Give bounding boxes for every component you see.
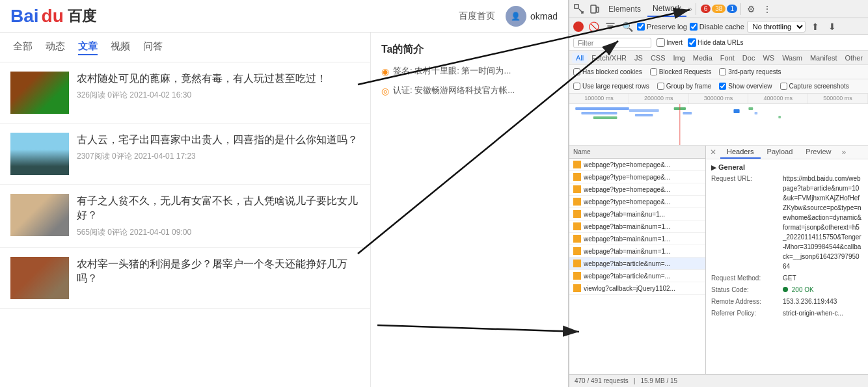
capture-screenshots-checkbox[interactable] bbox=[780, 83, 787, 90]
article-title[interactable]: 古人云，宅子出四喜家中出贵人，四喜指的是什么你知道吗？ bbox=[77, 133, 360, 147]
more-tabs-btn[interactable]: » bbox=[688, 5, 692, 14]
type-tab-img[interactable]: Img bbox=[670, 53, 689, 63]
type-tab-wasm[interactable]: Wasm bbox=[778, 53, 806, 63]
close-details-btn[interactable]: ✕ bbox=[706, 146, 720, 159]
details-tab-headers[interactable]: Headers bbox=[720, 146, 761, 159]
blocked-requests-checkbox[interactable] bbox=[650, 68, 657, 75]
tab-dynamic[interactable]: 动态 bbox=[46, 39, 65, 55]
filter-input[interactable] bbox=[573, 38, 651, 48]
third-party-label[interactable]: 3rd-party requests bbox=[719, 68, 781, 75]
inspect-element-btn[interactable] bbox=[572, 2, 586, 16]
request-name: webpage?type=homepage&... bbox=[584, 161, 670, 168]
import-btn[interactable]: ⬆ bbox=[808, 20, 822, 34]
type-tab-font[interactable]: Font bbox=[716, 53, 739, 63]
detail-referrer-row: Referrer Policy: strict-origin-when-c... bbox=[711, 308, 863, 318]
search-btn[interactable]: 🔍 bbox=[620, 20, 634, 34]
settings-btn[interactable]: ⚙ bbox=[744, 2, 759, 16]
group-by-frame-checkbox[interactable] bbox=[657, 83, 664, 90]
hide-data-checkbox[interactable] bbox=[688, 38, 696, 47]
svg-rect-1 bbox=[591, 5, 596, 13]
filter-bar: Invert Hide data URLs bbox=[569, 35, 868, 51]
preserve-log-text: Preserve log bbox=[647, 23, 687, 31]
baidu-logo: Baidu 百度 bbox=[10, 6, 96, 27]
list-item[interactable]: webpage?tab=main&num=1... bbox=[569, 245, 705, 258]
list-item[interactable]: webpage?tab=main&nu=1... bbox=[569, 208, 705, 220]
details-content: ▶ General Request URL: https://mbd.baidu… bbox=[706, 159, 868, 374]
show-overview-label[interactable]: Show overview bbox=[719, 83, 772, 90]
list-item[interactable]: webpage?type=homepage&... bbox=[569, 171, 705, 183]
disable-cache-label[interactable]: Disable cache bbox=[690, 23, 744, 31]
use-large-rows-text: Use large request rows bbox=[582, 83, 649, 90]
type-tab-all[interactable]: All bbox=[572, 53, 588, 63]
article-title[interactable]: 农村随处可见的蓖麻，竟然有毒，有人玩过甚至吃过！ bbox=[77, 72, 360, 86]
profile-title: Ta的简介 bbox=[381, 43, 558, 57]
tab-video[interactable]: 视频 bbox=[111, 39, 130, 55]
tab-article[interactable]: 文章 bbox=[78, 39, 98, 55]
article-title[interactable]: 农村宰一头猪的利润是多少？屠宰户一个冬天还能挣好几万吗？ bbox=[77, 257, 360, 286]
status-code-label: Status Code: bbox=[711, 285, 783, 295]
type-tab-ws[interactable]: WS bbox=[759, 53, 778, 63]
invert-label[interactable]: Invert bbox=[657, 38, 683, 47]
third-party-text: 3rd-party requests bbox=[728, 68, 781, 75]
type-tab-manifest[interactable]: Manifest bbox=[806, 53, 841, 63]
list-item[interactable]: webpage?type=homepage&... bbox=[569, 183, 705, 196]
list-item[interactable]: webpage?type=homepage&... bbox=[569, 159, 705, 171]
warning-badge: 38 bbox=[712, 5, 726, 13]
preserve-log-checkbox[interactable] bbox=[637, 23, 645, 31]
disable-cache-checkbox[interactable] bbox=[690, 23, 698, 31]
request-name: webpage?tab=article&num=... bbox=[584, 273, 670, 280]
group-by-frame-text: Group by frame bbox=[666, 83, 711, 90]
type-tab-other[interactable]: Other bbox=[841, 53, 867, 63]
request-icon bbox=[573, 260, 581, 267]
clear-btn[interactable]: 🚫 bbox=[586, 20, 601, 34]
list-item-selected[interactable]: webpage?tab=article&num=... bbox=[569, 258, 705, 270]
content-tabs: 全部 动态 文章 视频 问答 bbox=[0, 33, 370, 62]
tab-network[interactable]: Network bbox=[647, 1, 686, 17]
capture-screenshots-label[interactable]: Capture screenshots bbox=[780, 83, 849, 90]
show-overview-checkbox[interactable] bbox=[719, 83, 726, 90]
article-thumbnail bbox=[10, 133, 69, 175]
list-item[interactable]: webpage?tab=article&num=... bbox=[569, 270, 705, 282]
device-toolbar-btn[interactable] bbox=[588, 2, 602, 16]
logo-du-text: du bbox=[42, 6, 64, 27]
type-tab-media[interactable]: Media bbox=[689, 53, 716, 63]
preserve-log-label[interactable]: Preserve log bbox=[637, 23, 687, 31]
third-party-checkbox[interactable] bbox=[719, 68, 726, 75]
type-tab-js[interactable]: JS bbox=[631, 53, 647, 63]
has-blocked-checkbox[interactable] bbox=[573, 68, 580, 75]
has-blocked-label[interactable]: Has blocked cookies bbox=[573, 68, 642, 75]
list-item[interactable]: webpage?tab=main&num=1... bbox=[569, 220, 705, 233]
type-tab-doc[interactable]: Doc bbox=[739, 53, 759, 63]
throttle-select[interactable]: No throttling bbox=[747, 21, 806, 33]
network-bottom: Name webpage?type=homepage&... webpage?t… bbox=[569, 146, 868, 374]
status-code-value: 200 OK bbox=[783, 285, 814, 295]
record-btn[interactable] bbox=[573, 21, 584, 32]
list-item[interactable]: viewlog?callback=jQuery1102... bbox=[569, 282, 705, 295]
details-tab-payload[interactable]: Payload bbox=[761, 146, 800, 159]
tab-all[interactable]: 全部 bbox=[13, 39, 33, 55]
article-title[interactable]: 有子之人贫不久，无儿有女富不长，古人凭啥说儿子要比女儿好？ bbox=[77, 194, 360, 223]
baidu-home-link[interactable]: 百度首页 bbox=[459, 10, 495, 22]
more-detail-tabs-btn[interactable]: » bbox=[837, 146, 850, 159]
type-tab-fetch[interactable]: Fetch/XHR bbox=[588, 53, 631, 63]
export-btn[interactable]: ⬇ bbox=[825, 20, 839, 34]
more-options-btn[interactable]: ⋮ bbox=[760, 2, 774, 16]
use-large-rows-checkbox[interactable] bbox=[573, 83, 580, 90]
article-info: 农村宰一头猪的利润是多少？屠宰户一个冬天还能挣好几万吗？ bbox=[77, 257, 360, 290]
invert-checkbox[interactable] bbox=[657, 38, 665, 47]
list-item[interactable]: webpage?type=homepage&... bbox=[569, 196, 705, 208]
list-item[interactable]: webpage?tab=main&num=1... bbox=[569, 233, 705, 245]
name-list-panel: Name webpage?type=homepage&... webpage?t… bbox=[569, 146, 706, 374]
timeline-area: 100000 ms 200000 ms 300000 ms 400000 ms … bbox=[569, 94, 868, 146]
type-tab-css[interactable]: CSS bbox=[647, 53, 670, 63]
tab-elements[interactable]: Elements bbox=[603, 2, 646, 16]
tab-qa[interactable]: 问答 bbox=[143, 39, 163, 55]
group-by-frame-label[interactable]: Group by frame bbox=[657, 83, 711, 90]
list-item: 农村宰一头猪的利润是多少？屠宰户一个冬天还能挣好几万吗？ bbox=[0, 248, 370, 309]
hide-data-text: Hide data URLs bbox=[698, 39, 744, 46]
use-large-rows-label[interactable]: Use large request rows bbox=[573, 83, 649, 90]
filter-btn[interactable] bbox=[603, 20, 617, 34]
hide-data-label[interactable]: Hide data URLs bbox=[688, 38, 744, 47]
details-tab-preview[interactable]: Preview bbox=[799, 146, 837, 159]
blocked-requests-label[interactable]: Blocked Requests bbox=[650, 68, 712, 75]
